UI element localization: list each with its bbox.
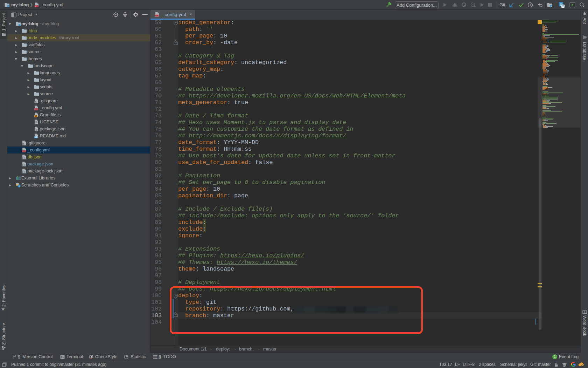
svg-text:{..}: {..} [21, 157, 26, 159]
svg-text:YML: YML [22, 150, 26, 152]
svg-text:{..}: {..} [21, 164, 26, 166]
svg-text:{..}: {..} [21, 171, 26, 173]
svg-text:{..}: {..} [34, 129, 38, 131]
svg-text:YML: YML [34, 108, 38, 110]
svg-text:MD: MD [35, 136, 37, 138]
svg-text:YML: YML [155, 14, 159, 16]
svg-text:JS: JS [35, 115, 37, 117]
svg-text:YML: YML [35, 5, 39, 7]
